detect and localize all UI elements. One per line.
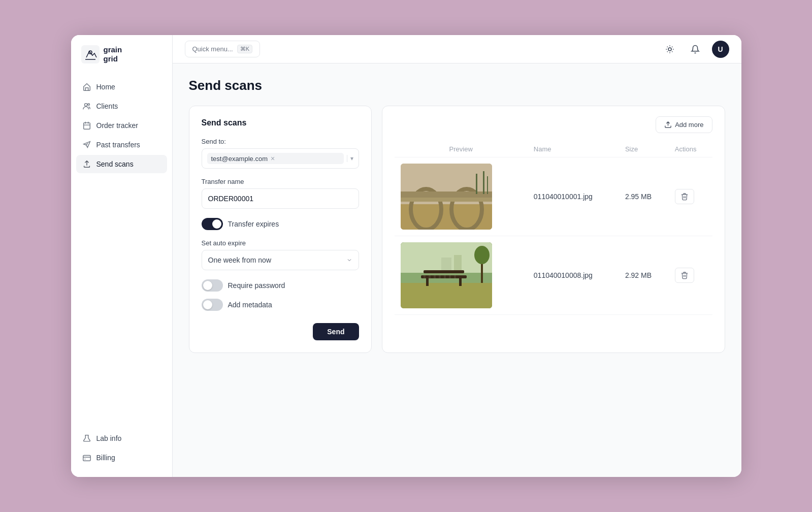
files-card: Add more Preview Name Size Actions — [382, 106, 725, 353]
sun-icon — [665, 45, 674, 54]
file2-delete-button[interactable] — [675, 268, 694, 283]
svg-rect-25 — [429, 275, 431, 278]
file2-name: 011040010008.jpg — [528, 236, 619, 315]
add-metadata-toggle[interactable] — [202, 299, 223, 311]
col-preview: Preview — [395, 141, 528, 157]
user-avatar-button[interactable]: U — [712, 41, 729, 58]
file1-delete-button[interactable] — [675, 189, 694, 204]
sidebar-item-home-label: Home — [96, 83, 115, 91]
transfer-expires-label: Transfer expires — [228, 220, 279, 228]
bench-svg — [401, 242, 492, 308]
email-tag: test@example.com × — [207, 153, 344, 164]
svg-point-6 — [668, 48, 671, 51]
topbar: Quick menu... ⌘K — [173, 35, 741, 63]
sidebar-item-billing-label: Billing — [96, 454, 115, 462]
logo: grain grid — [71, 45, 172, 78]
email-input-wrap[interactable]: test@example.com × ▾ — [202, 148, 359, 169]
transfer-name-group: Transfer name — [202, 178, 359, 209]
topbar-icons: U — [661, 41, 729, 58]
sidebar-item-lab-info-label: Lab info — [96, 434, 122, 442]
toggle-knob-metadata — [203, 300, 212, 309]
trash-icon-2 — [680, 271, 689, 279]
add-more-button[interactable]: Add more — [656, 116, 712, 133]
quick-menu-label: Quick menu... — [192, 45, 233, 53]
file1-actions — [669, 157, 712, 236]
content-grid: Send scans Send to: test@example.com × ▾ — [189, 106, 725, 353]
upload-icon — [82, 159, 91, 169]
file2-size: 2.92 MB — [619, 236, 669, 315]
sidebar-item-send-scans-label: Send scans — [96, 160, 134, 168]
table-row: 011040010008.jpg 2.92 MB — [395, 236, 712, 315]
logo-text: grain grid — [104, 45, 122, 63]
sidebar-bottom: Lab info Billing — [71, 429, 172, 467]
home-icon — [82, 82, 91, 91]
nav-items: Home Clients — [71, 78, 172, 429]
svg-rect-26 — [434, 275, 436, 278]
transfer-name-label: Transfer name — [202, 178, 359, 185]
transfer-name-input[interactable] — [202, 188, 359, 209]
upload-icon-small — [664, 121, 672, 129]
file2-actions — [669, 236, 712, 315]
file2-preview-cell — [395, 236, 528, 315]
sidebar-item-lab-info[interactable]: Lab info — [76, 429, 167, 447]
svg-rect-5 — [83, 456, 90, 461]
transfer-expires-toggle[interactable] — [202, 218, 223, 230]
toggle-knob — [212, 219, 221, 229]
svg-rect-23 — [424, 270, 464, 273]
send-btn-area: Send — [202, 323, 359, 340]
svg-rect-12 — [401, 191, 492, 198]
notifications-button[interactable] — [687, 41, 704, 58]
send-scans-form-card: Send scans Send to: test@example.com × ▾ — [189, 106, 372, 353]
quick-menu-button[interactable]: Quick menu... ⌘K — [185, 41, 261, 57]
credit-card-icon — [82, 453, 91, 462]
file1-preview-cell — [395, 157, 528, 236]
email-value: test@example.com — [211, 155, 268, 163]
require-password-label: Require password — [228, 281, 285, 290]
svg-rect-18 — [401, 283, 492, 308]
sidebar-item-order-tracker-label: Order tracker — [96, 121, 138, 130]
trash-icon — [680, 193, 689, 201]
add-metadata-row: Add metadata — [202, 299, 359, 311]
svg-rect-14 — [476, 174, 477, 194]
email-dropdown-arrow[interactable]: ▾ — [347, 155, 353, 162]
sidebar-item-past-transfers[interactable]: Past transfers — [76, 136, 167, 154]
main-content: Send scans Send scans Send to: test@exam… — [173, 63, 741, 477]
sidebar-item-home[interactable]: Home — [76, 78, 167, 96]
svg-point-2 — [84, 104, 87, 106]
send-button[interactable]: Send — [313, 323, 359, 340]
col-size: Size — [619, 141, 669, 157]
svg-rect-30 — [454, 275, 456, 278]
svg-rect-13 — [401, 198, 492, 202]
sidebar: grain grid Home — [71, 35, 173, 477]
table-row: 011040010001.jpg 2.95 MB — [395, 157, 712, 236]
sidebar-item-billing[interactable]: Billing — [76, 449, 167, 467]
svg-rect-0 — [81, 45, 100, 63]
add-metadata-label: Add metadata — [228, 301, 272, 309]
file2-preview-image — [401, 242, 492, 308]
keyboard-shortcut: ⌘K — [237, 45, 252, 53]
send-to-group: Send to: test@example.com × ▾ — [202, 138, 359, 169]
sidebar-item-order-tracker[interactable]: Order tracker — [76, 116, 167, 135]
files-table: Preview Name Size Actions — [395, 141, 712, 315]
require-password-toggle[interactable] — [202, 279, 223, 292]
toggle-knob-password — [203, 281, 212, 290]
file1-preview-image — [401, 164, 492, 230]
send-icon — [82, 140, 91, 149]
svg-rect-31 — [426, 278, 429, 286]
auto-expire-select[interactable]: One week from now One day from now One m… — [202, 250, 359, 270]
svg-rect-29 — [449, 275, 451, 278]
sidebar-item-clients[interactable]: Clients — [76, 97, 167, 115]
col-name: Name — [528, 141, 619, 157]
bell-icon — [691, 45, 700, 54]
require-password-row: Require password — [202, 279, 359, 292]
file1-name: 011040010001.jpg — [528, 157, 619, 236]
sidebar-item-past-transfers-label: Past transfers — [96, 141, 140, 149]
svg-rect-4 — [83, 123, 90, 130]
svg-rect-27 — [439, 275, 441, 278]
theme-toggle-button[interactable] — [661, 41, 678, 58]
svg-rect-28 — [444, 275, 446, 278]
svg-point-34 — [474, 246, 490, 264]
sidebar-item-send-scans[interactable]: Send scans — [76, 155, 167, 173]
svg-rect-32 — [459, 278, 462, 286]
email-remove-button[interactable]: × — [271, 154, 275, 163]
